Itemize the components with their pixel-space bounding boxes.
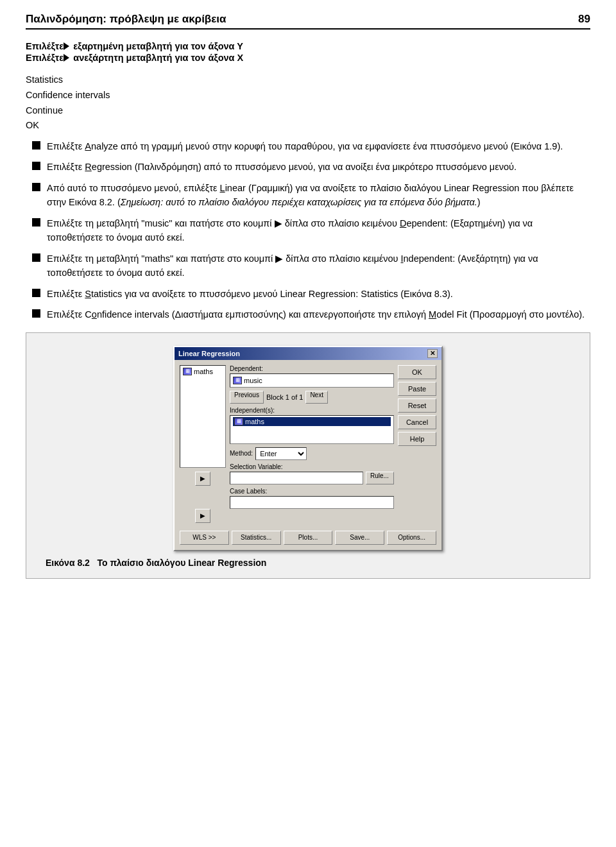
independent-label: Independent(s):: [230, 407, 394, 414]
bullet-text-1: Επιλέξτε Analyze από τη γραμμή μενού στη…: [47, 139, 590, 153]
case-labels-group: Case Labels:: [230, 488, 394, 509]
figure-container: Linear Regression ✕ ⊞ maths ▶ ▶: [26, 332, 590, 579]
reset-button[interactable]: Reset: [398, 398, 436, 413]
figure-label: Εικόνα 8.2: [46, 558, 90, 568]
intro-line-2: Επιλέξτε ανεξάρτητη μεταβλητή για τον άξ…: [26, 53, 590, 63]
confidence-label: Confidence intervals: [26, 90, 110, 100]
list-item: Επιλέξτε Confidence intervals (Διαστήματ…: [32, 307, 590, 321]
dialog-body: ⊞ maths ▶ ▶ Dependent: ⊞ music: [175, 360, 441, 528]
intro-text-1: εξαρτημένη μεταβλητή για τον άξονα Υ: [73, 41, 243, 51]
independent-field-group: Independent(s): ⊞ maths: [230, 407, 394, 444]
dialog-right-panel: OK Paste Reset Cancel Help: [398, 365, 436, 523]
intro-block: Επιλέξτε εξαρτημένη μεταβλητή για τον άξ…: [26, 41, 590, 63]
selection-variable-group: Selection Variable: Rule...: [230, 463, 394, 484]
bullet-icon: [32, 253, 40, 262]
figure-text: Το πλαίσιο διαλόγου Linear Regression: [98, 558, 267, 568]
figure-caption: Εικόνα 8.2 Το πλαίσιο διαλόγου Linear Re…: [46, 558, 570, 568]
move-to-independent-button[interactable]: ▶: [195, 509, 210, 523]
arrow-icon-2: [64, 54, 69, 62]
bullet-icon: [32, 141, 40, 150]
method-select[interactable]: Enter: [255, 447, 307, 460]
dependent-label: Dependent:: [230, 365, 394, 372]
list-item: Επιλέξτε Regression (Παλινδρόμηση) από τ…: [32, 160, 590, 174]
plots-button[interactable]: Plots...: [284, 531, 333, 545]
bullet-icon: [32, 218, 40, 227]
block-label: Block 1 of 1: [266, 393, 303, 401]
dialog-title-bar: Linear Regression ✕: [175, 347, 441, 360]
dialog-footer: WLS >> Statistics... Plots... Save... Op…: [175, 528, 441, 550]
independent-field[interactable]: ⊞ maths: [230, 415, 394, 444]
next-block-button[interactable]: Next: [305, 391, 328, 404]
bullet-text-7: Επιλέξτε Confidence intervals (Διαστήματ…: [47, 307, 590, 321]
dialog-center-panel: Dependent: ⊞ music Previous Block 1 of 1…: [230, 365, 394, 523]
dependent-field[interactable]: ⊞ music: [230, 373, 394, 388]
bullet-icon: [32, 309, 40, 318]
dependent-value: music: [244, 377, 262, 384]
selection-variable-field[interactable]: [230, 472, 363, 484]
list-item: Από αυτό το πτυσσόμενο μενού, επιλέξτε L…: [32, 181, 590, 210]
variable-list: ⊞ maths: [180, 365, 226, 468]
ok-label: OK: [26, 120, 39, 130]
case-labels-label: Case Labels:: [230, 488, 394, 495]
bullet-text-5: Επιλέξτε τη μεταβλητή "maths" και πατήστ…: [47, 252, 590, 280]
static-item-ok: OK: [26, 119, 590, 133]
case-labels-field[interactable]: [230, 496, 394, 509]
block-row: Previous Block 1 of 1 Next: [230, 391, 394, 404]
list-item: Επιλέξτε Analyze από τη γραμμή μενού στη…: [32, 139, 590, 153]
dialog-title: Linear Regression: [178, 350, 240, 357]
select-label-2: Επιλέξτε: [26, 53, 64, 63]
page-header: Παλινδρόμηση: πρόβλεψη με ακρίβεια 89: [26, 13, 590, 30]
move-to-dependent-button[interactable]: ▶: [195, 472, 210, 486]
indep-var-icon: ⊞: [234, 418, 243, 425]
select-label-1: Επιλέξτε: [26, 41, 64, 51]
dialog-left-panel: ⊞ maths ▶ ▶: [180, 365, 226, 523]
options-button[interactable]: Options...: [387, 531, 436, 545]
page-number: 89: [578, 13, 590, 26]
previous-block-button[interactable]: Previous: [230, 391, 264, 404]
variable-icon: ⊞: [183, 368, 192, 375]
bullet-text-4: Επιλέξτε τη μεταβλητή "music" και πατήστ…: [47, 216, 590, 245]
instruction-list: Επιλέξτε Analyze από τη γραμμή μενού στη…: [32, 139, 590, 322]
ok-button[interactable]: OK: [398, 365, 436, 379]
static-item-confidence: Confidence intervals: [26, 89, 590, 103]
intro-line-1: Επιλέξτε εξαρτημένη μεταβλητή για τον άξ…: [26, 41, 590, 51]
bullet-text-3: Από αυτό το πτυσσόμενο μενού, επιλέξτε L…: [47, 181, 590, 210]
close-button[interactable]: ✕: [427, 349, 438, 358]
static-item-statistics: Statistics: [26, 73, 590, 87]
bullet-text-2: Επιλέξτε Regression (Παλινδρόμηση) από τ…: [47, 160, 590, 174]
statistics-button[interactable]: Statistics...: [232, 531, 281, 545]
linear-regression-dialog: Linear Regression ✕ ⊞ maths ▶ ▶: [173, 346, 443, 551]
static-item-continue: Continue: [26, 104, 590, 118]
statistics-label: Statistics: [26, 74, 63, 85]
bullet-text-6: Επιλέξτε Statistics για να ανοίξετε το π…: [47, 287, 590, 301]
paste-button[interactable]: Paste: [398, 382, 436, 396]
dep-var-icon: ⊞: [233, 377, 242, 384]
bullet-icon: [32, 183, 40, 191]
independent-item-maths: ⊞ maths: [233, 417, 391, 426]
method-row: Method: Enter: [230, 447, 394, 460]
arrow-icon-1: [64, 42, 69, 50]
save-button[interactable]: Save...: [335, 531, 384, 545]
continue-label: Continue: [26, 105, 63, 116]
list-item: Επιλέξτε τη μεταβλητή "maths" και πατήστ…: [32, 252, 590, 280]
method-label: Method:: [230, 450, 253, 457]
dependent-field-group: Dependent: ⊞ music: [230, 365, 394, 388]
list-item: Επιλέξτε τη μεταβλητή "music" και πατήστ…: [32, 216, 590, 245]
page-title: Παλινδρόμηση: πρόβλεψη με ακρίβεια: [26, 13, 226, 26]
cancel-button[interactable]: Cancel: [398, 415, 436, 429]
bullet-icon: [32, 162, 40, 170]
variable-item-maths: ⊞ maths: [182, 367, 224, 376]
bullet-icon: [32, 289, 40, 297]
static-menu-items: Statistics Confidence intervals Continue…: [26, 73, 590, 133]
help-button[interactable]: Help: [398, 432, 436, 446]
intro-text-2: ανεξάρτητη μεταβλητή για τον άξονα Χ: [73, 53, 243, 63]
list-item: Επιλέξτε Statistics για να ανοίξετε το π…: [32, 287, 590, 301]
rule-button[interactable]: Rule...: [366, 472, 394, 484]
wls-button[interactable]: WLS >>: [180, 531, 229, 545]
selection-variable-label: Selection Variable:: [230, 463, 394, 470]
